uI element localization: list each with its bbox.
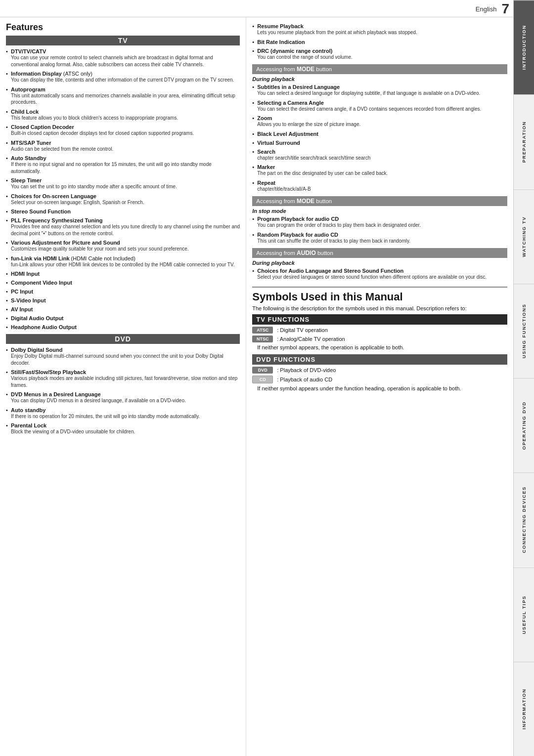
- dvd-list-item: DVD Menus in a Desired LanguageYou can d…: [6, 390, 240, 405]
- item-desc: Lets you resume playback from the point …: [257, 29, 507, 36]
- item-title: PLL Frequency Synthesized Tuning: [11, 217, 102, 223]
- dvd-section-label: DVD: [6, 334, 240, 344]
- mode-bold-2: MODE: [297, 198, 314, 205]
- item-title: fun-Link via HDMI Link (HDMI Cable not I…: [11, 255, 135, 261]
- audio-bold: AUDIO: [297, 250, 316, 256]
- tv-list-item: Component Video Input: [6, 279, 240, 287]
- mode-button-header-2: Accessing from MODE button: [252, 196, 507, 206]
- tv-feature-list: DTV/TV/CATVYou can use your remote contr…: [6, 47, 240, 331]
- item-desc: You can program the order of tracks to p…: [257, 222, 507, 229]
- mode-list1-item: Virtual Surround: [252, 139, 507, 147]
- item-desc: You can display DVD menus in a desired l…: [11, 397, 240, 404]
- dvd-list-item: Parental LockBlock the viewing of a DVD-…: [6, 421, 240, 436]
- item-title: Auto Standby: [11, 155, 46, 161]
- item-title: DTV/TV/CATV: [11, 48, 46, 54]
- mode-subsection-2: In stop mode: [252, 208, 507, 214]
- cd-badge: CD: [252, 376, 273, 383]
- tv-symbol-row: NTSC: Analog/Cable TV operation: [252, 336, 507, 342]
- dvd-symbol-row: CD: Playback of audio CD: [252, 376, 507, 383]
- item-desc: If there is no operation for 20 minutes,…: [11, 413, 240, 420]
- tv-list-item: Auto StandbyIf there is no input signal …: [6, 154, 240, 175]
- mode-list1-item: Selecting a Camera AngleYou can select t…: [252, 99, 507, 114]
- tab-watching-tv[interactable]: WATCHING TV: [514, 189, 534, 284]
- item-title: Closed Caption Decoder: [11, 124, 74, 130]
- mode-bold-1: MODE: [297, 66, 314, 73]
- tv-list-item: AV Input: [6, 305, 240, 313]
- mode-list1-item: Subtitles in a Desired LanguageYou can s…: [252, 83, 507, 98]
- item-desc: Customizes image quality suitable for yo…: [11, 246, 240, 252]
- item-desc: This unit automatically scans and memori…: [11, 92, 240, 106]
- atsc-badge: ATSC: [252, 327, 273, 334]
- tv-list-item: Information Display (ATSC only)You can d…: [6, 70, 240, 84]
- item-desc: Enjoy Dolby Digital multi-channel surrou…: [11, 353, 240, 366]
- tv-list-item: Closed Caption DecoderBuilt-in closed ca…: [6, 123, 240, 138]
- dvd-list-item: Auto standbyIf there is no operation for…: [6, 406, 240, 421]
- mode-list2-item: Program Playback for audio CDYou can pro…: [252, 215, 507, 230]
- dvd-neither-text: If neither symbol appears under the func…: [257, 385, 461, 391]
- symbols-section: Symbols Used in this Manual The followin…: [252, 287, 507, 391]
- item-title: Dolby Digital Sound: [11, 347, 63, 353]
- item-desc: Provides free and easy channel selection…: [11, 223, 240, 237]
- item-desc: Select your on-screen language: English,…: [11, 199, 240, 206]
- item-desc: Block the viewing of a DVD-video unsuita…: [11, 428, 240, 435]
- tv-neither-text: If neither symbol appears, the operation…: [257, 344, 404, 350]
- item-desc: Built-in closed caption decoder displays…: [11, 130, 240, 137]
- tv-list-item: PC Input: [6, 288, 240, 295]
- tab-information[interactable]: INFORMATION: [514, 662, 534, 756]
- language-label: English: [476, 5, 497, 13]
- item-desc: If there is no input signal and no opera…: [11, 161, 240, 174]
- mode-list1-item: Black Level Adjustment: [252, 130, 507, 138]
- item-title: Sleep Timer: [11, 177, 42, 183]
- audio-subsection: During playback: [252, 260, 507, 266]
- tab-using-functions[interactable]: USING FUNCTIONS: [514, 284, 534, 378]
- item-title: Selecting a Camera Angle: [257, 100, 324, 106]
- tab-operating-dvd[interactable]: OPERATING DVD: [514, 378, 534, 472]
- item-desc: You can display the title, contents and …: [11, 77, 240, 84]
- mode-button-header-1: Accessing from MODE button: [252, 64, 507, 74]
- item-title: Various Adjustment for Picture and Sound: [11, 240, 120, 246]
- item-title: Subtitles in a Desired Language: [257, 84, 340, 90]
- item-title: Random Playback for audio CD: [257, 232, 338, 238]
- tv-symbols-list: ATSC: Digital TV operationNTSC: Analog/C…: [252, 327, 507, 342]
- item-title: Still/Fast/Slow/Step Playback: [11, 369, 86, 375]
- item-title: Black Level Adjustment: [257, 131, 318, 137]
- item-title: Program Playback for audio CD: [257, 216, 339, 222]
- tv-list-item: S-Video Input: [6, 296, 240, 304]
- top-header: English 7: [0, 0, 513, 17]
- atsc-badge: NTSC: [252, 336, 273, 342]
- item-title: DVD Menus in a Desired Language: [11, 391, 101, 397]
- item-desc: This feature allows you to block childre…: [11, 115, 240, 122]
- symbol-text: : Playback of DVD-video: [277, 367, 336, 373]
- page-wrapper: English 7 Features TV DTV/TV/CATVYou can…: [0, 0, 534, 756]
- main-content: English 7 Features TV DTV/TV/CATVYou can…: [0, 0, 513, 756]
- symbols-title: Symbols Used in this Manual: [252, 291, 507, 303]
- left-column: Features TV DTV/TV/CATVYou can use your …: [0, 17, 246, 756]
- tab-connecting-devices[interactable]: CONNECTING DEVICES: [514, 472, 534, 567]
- tab-preparation[interactable]: PREPARATION: [514, 94, 534, 189]
- item-title: S-Video Input: [11, 297, 46, 303]
- item-desc: Audio can be selected from the remote co…: [11, 146, 240, 153]
- item-title: Resume Playback: [257, 23, 304, 29]
- mode-list1-item: ZoomAllows you to enlarge the size of pi…: [252, 114, 507, 129]
- tv-list-item: Choices for On-screen LanguageSelect you…: [6, 192, 240, 207]
- tv-list-item: Child LockThis feature allows you to blo…: [6, 108, 240, 123]
- tv-list-item: Headphone Audio Output: [6, 323, 240, 331]
- item-title: Auto standby: [11, 407, 45, 413]
- features-title: Features: [6, 22, 240, 33]
- tv-list-item: DTV/TV/CATVYou can use your remote contr…: [6, 47, 240, 69]
- tv-list-item: Digital Audio Output: [6, 314, 240, 322]
- item-title: Virtual Surround: [257, 140, 300, 146]
- item-title: Choices for Audio Language and Stereo So…: [257, 268, 403, 274]
- audio-list-item: Choices for Audio Language and Stereo So…: [252, 267, 507, 282]
- dvd-feature-list: Dolby Digital SoundEnjoy Dolby Digital m…: [6, 346, 240, 436]
- tab-introduction[interactable]: INTRODUCTION: [514, 0, 534, 94]
- item-desc: You can select the desired camera angle,…: [257, 106, 507, 113]
- columns: Features TV DTV/TV/CATVYou can use your …: [0, 17, 513, 756]
- right-column: Resume PlaybackLets you resume playback …: [246, 17, 513, 756]
- symbol-text: : Analog/Cable TV operation: [277, 336, 345, 342]
- tab-useful-tips[interactable]: USEFUL TIPS: [514, 567, 534, 662]
- dvd-extra-item: Resume PlaybackLets you resume playback …: [252, 22, 507, 37]
- item-title: PC Input: [11, 289, 33, 294]
- page-number: 7: [501, 2, 509, 16]
- tv-list-item: AutoprogramThis unit automatically scans…: [6, 85, 240, 107]
